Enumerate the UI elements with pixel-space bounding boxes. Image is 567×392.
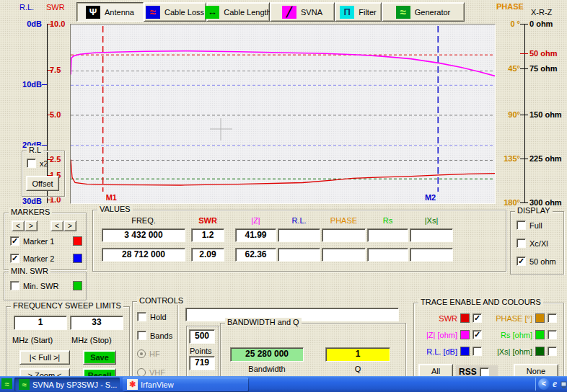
value-swr-m2: 2.09 [191,248,224,262]
svna-app-icon[interactable]: ≈ [1,378,12,389]
swr-axis-tick [48,24,53,24]
offset-button[interactable]: Offset [26,176,59,191]
trace-label: |Xs| [ohm] [485,347,532,356]
x2-checkbox[interactable] [27,159,36,168]
points-label: Points [190,347,212,355]
marker1-prev-button[interactable]: < [12,220,25,231]
trace-swr [71,160,495,186]
trace-checkbox[interactable] [548,347,557,356]
save-button[interactable]: Save [83,350,116,365]
hf-radio[interactable] [137,349,146,358]
start-frequency-input[interactable]: 1 [14,316,67,330]
hold-checkbox[interactable] [137,312,146,321]
right-axis-line [524,24,525,203]
markers-group: MARKERS <><> ✓Marker 1✓Marker 2 [4,213,87,270]
trace-checkbox[interactable] [548,313,557,323]
trace-color-swatch[interactable] [460,347,470,356]
trace-color-swatch[interactable] [535,347,545,356]
value-z-m1: 41.99 [235,228,276,242]
start-frequency-label: MHz (Start) [12,336,53,344]
q-label: Q [325,365,390,373]
sweep-chart: M1M2 [71,24,495,203]
marker2-next-button[interactable]: > [63,220,76,231]
display-option-label: Xc/Xl [529,239,548,248]
value-freq-m1[interactable]: 3 432 000 [102,228,185,242]
marker2-color-swatch[interactable] [73,254,82,263]
cable-loss-mode-button[interactable]: ≈Cable Loss [144,2,206,22]
svna-task-icon: ≈ [19,379,30,390]
display-option-row: ✓50 ohm [517,257,556,266]
phase-axis-tick-label: 45° [496,64,520,73]
filter-mode-button[interactable]: ΠFilter [335,2,382,22]
values-header-phase: PHASE [322,216,366,225]
values-header-freq: FREQ. [102,216,185,225]
value-freq-m2[interactable]: 28 712 000 [102,248,185,262]
rl-offset-group: R.L x2 Offset [22,151,65,197]
value-z-m2: 62.36 [235,248,276,262]
antenna-icon: Ψ [86,6,100,19]
cable-length-mode-button[interactable]: ↔Cable Length [206,2,270,22]
trace-color-swatch[interactable] [460,313,470,323]
trace-enable-group-title: TRACE ENABLE AND COLOURS [418,298,543,306]
value-rl-m1 [278,228,320,242]
trace-checkbox[interactable]: ✓ [472,330,482,339]
trace-color-swatch[interactable] [535,330,545,339]
internet-explorer-icon[interactable]: e [553,378,557,390]
marker1-next-button[interactable]: > [25,220,38,231]
svna-app-window: { "header": {"rl": "R.L.", "swr": "SWR",… [0,0,567,392]
taskbar-task-svna[interactable]: ≈SVNA by SP3SWJ - S... [14,378,120,391]
rl-scale-label: R.L. [19,3,34,12]
display-full-checkbox[interactable] [517,220,526,230]
q-field: 1 [325,347,390,362]
trace-toggle-swr: SWR✓ [417,313,482,323]
min-swr-color-swatch[interactable] [73,281,82,290]
value-phase-m1 [322,228,366,242]
taskbar-task-irfanview[interactable]: ✱IrfanView [123,378,248,391]
display-option-label: Full [529,221,542,230]
cable-length-icon: ↔ [205,6,219,19]
marker2-prev-button[interactable]: < [50,220,63,231]
display-option-label: 50 ohm [529,257,556,266]
trace-checkbox[interactable] [548,330,557,339]
min-swr-group: MIN. SWR Min. SWR [4,272,87,300]
trace-color-swatch[interactable] [460,330,470,339]
trace-checkbox[interactable]: ✓ [472,313,482,323]
cable-loss-icon: ≈ [146,6,160,19]
trace-color-swatch[interactable] [535,313,545,323]
impedance-axis-tick-label: 75 ohm [529,64,558,73]
display-50-ohm-checkbox[interactable]: ✓ [517,257,526,266]
generator-mode-button[interactable]: ≈Generator [382,2,465,22]
values-header-rl: R.L. [278,216,320,225]
toolbar-button-label: Generator [415,8,451,17]
tray-chevron-icon[interactable]: < [538,378,550,390]
trace-toggle-r-l-db: R.L. [dB] [417,347,482,356]
trace-checkbox[interactable] [472,347,482,356]
filter-icon: Π [340,6,354,19]
values-header-xs: |Xs| [410,216,453,225]
marker2-checkbox[interactable]: ✓ [10,254,19,263]
hold-label: Hold [150,313,167,321]
antenna-mode-button[interactable]: ΨAntenna [76,2,144,22]
value-swr-m1: 1.2 [191,228,224,242]
min-swr-checkbox[interactable] [10,281,19,290]
network-status-icon[interactable] [561,379,567,389]
points-input[interactable]: 500 [189,329,215,344]
value-xs-m2 [410,248,453,262]
svna-mode-button[interactable]: ╱SVNA [270,2,335,22]
tray-divider [535,378,536,391]
marker1-checkbox[interactable]: ✓ [10,236,19,246]
rss-checkbox[interactable] [480,368,489,377]
markers-group-title: MARKERS [9,208,52,216]
phase-scale-label: PHASE [496,2,524,11]
marker-label-m2: M2 [425,193,436,202]
values-header-z: |Z| [235,216,276,225]
stop-frequency-input[interactable]: 33 [70,316,123,330]
trace-toggle-z-ohm: |Z| [ohm]✓ [417,330,482,339]
plot-area[interactable]: M1M2 [70,24,496,204]
bands-checkbox[interactable] [137,331,146,340]
impedance-axis-tick [520,68,528,69]
task-label: SVNA by SP3SWJ - S... [32,380,117,389]
full-span-button[interactable]: |< Full >| [19,350,70,365]
display-xc-xl-checkbox[interactable] [517,239,526,248]
marker1-color-swatch[interactable] [73,236,82,246]
